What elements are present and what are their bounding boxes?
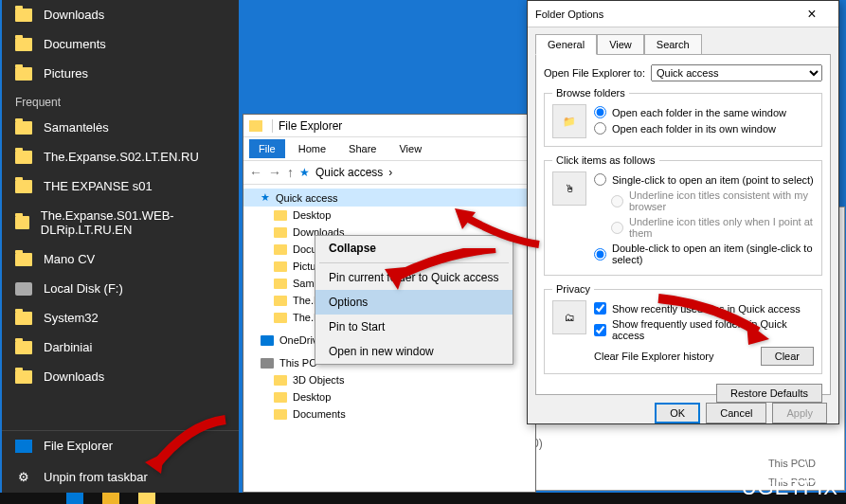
tab-view[interactable]: View [597, 34, 644, 55]
apply-button[interactable]: Apply [772, 403, 827, 423]
context-menu-item[interactable]: Open in new window [315, 339, 513, 364]
taskbar-icon[interactable] [138, 491, 155, 504]
breadcrumb[interactable]: Quick access [315, 166, 383, 179]
label: Samantelės [44, 120, 109, 135]
window-titlebar[interactable]: File Explorer [243, 115, 535, 137]
radio-own-window[interactable] [594, 122, 606, 135]
folder-icon [15, 121, 32, 135]
radio-label: Single-click to open an item (point to s… [612, 174, 814, 186]
dialog-titlebar[interactable]: Folder Options × [528, 1, 838, 27]
label: Downloads [44, 8, 104, 22]
folder-icon [15, 370, 32, 384]
jumplist-frequent-item[interactable]: Downloads [2, 362, 239, 391]
radio-label: Underline icon titles only when I point … [629, 216, 814, 239]
jumplist-frequent-header: Frequent [2, 88, 239, 113]
context-menu-item[interactable]: Pin to Start [315, 315, 513, 339]
jumplist-item-downloads[interactable]: Downloads [2, 0, 239, 29]
radio-label: Open each folder in its own window [612, 123, 776, 135]
jumplist-item-pictures[interactable]: Pictures [2, 59, 239, 88]
nav-item[interactable]: ★Quick access [243, 189, 535, 207]
radio-same-window[interactable] [594, 106, 606, 118]
quick-access-star-icon: ★ [299, 166, 310, 179]
nav-back-icon[interactable]: ← [249, 165, 262, 180]
tab-search[interactable]: Search [644, 34, 702, 55]
nav-item[interactable]: Desktop [243, 388, 535, 405]
label: THE EXPANSE s01 [44, 179, 153, 193]
radio-underline-point [611, 222, 623, 234]
file-explorer-icon [15, 440, 32, 453]
radio-label: Open each folder in the same window [612, 107, 786, 118]
taskbar-icon[interactable] [102, 491, 119, 504]
context-menu-item[interactable]: Options [315, 290, 513, 315]
restore-defaults-button[interactable]: Restore Defaults [716, 384, 822, 403]
ribbon-tab-view[interactable]: View [389, 139, 431, 158]
legend: Click items as follows [552, 154, 659, 166]
check-frequent-folders[interactable] [594, 324, 606, 336]
taskbar [0, 493, 846, 504]
unpin-icon: ⚙ [15, 468, 32, 485]
jumplist-item-documents[interactable]: Documents [2, 29, 239, 59]
legend: Browse folders [552, 87, 629, 99]
jumplist-frequent-item[interactable]: System32 [2, 303, 239, 333]
nav-item[interactable]: 3D Objects [243, 371, 535, 388]
label: The.Expanse.S02.LT.EN.RU [44, 150, 199, 164]
folder-icon [249, 120, 262, 132]
cancel-button[interactable]: Cancel [706, 403, 766, 423]
label: Downloads [44, 369, 104, 384]
browse-folders-fieldset: Browse folders 📁 Open each folder in the… [544, 87, 822, 147]
jumplist-frequent-item[interactable]: Local Disk (F:) [2, 274, 239, 303]
nav-forward-icon[interactable]: → [268, 165, 281, 180]
jumplist-app-file-explorer[interactable]: File Explorer [2, 431, 239, 460]
close-button[interactable]: × [793, 6, 831, 23]
folder-icon [274, 227, 287, 238]
folder-icon [274, 279, 287, 289]
jumplist-frequent-item[interactable]: Samantelės [2, 113, 239, 142]
radio-single-click[interactable] [594, 173, 606, 186]
folder-icon [15, 151, 32, 164]
legend: Privacy [552, 283, 594, 295]
jumplist-unpin[interactable]: ⚙Unpin from taskbar [2, 460, 239, 493]
address-bar: ← → ↑ ★ Quick access › [243, 161, 535, 185]
folder-icon [15, 9, 32, 22]
nav-item[interactable]: Desktop [243, 207, 535, 224]
nav-item[interactable]: Documents [243, 405, 535, 423]
jumplist-frequent-item[interactable]: THE EXPANSE s01 [2, 171, 239, 201]
jumplist-frequent-item[interactable]: The.Expanse.S01.WEB-DLRip.LT.RU.EN [2, 201, 239, 244]
radio-double-click[interactable] [594, 248, 606, 261]
folder-icon [15, 67, 32, 81]
folder-icon [274, 392, 287, 403]
jumplist-frequent-item[interactable]: Mano CV [2, 244, 239, 274]
jumplist-frequent-item[interactable]: The.Expanse.S02.LT.EN.RU [2, 142, 239, 171]
chevron-right-icon: › [388, 166, 392, 179]
context-menu-item[interactable]: Pin current folder to Quick access [315, 265, 513, 290]
folder-icon [15, 312, 32, 325]
nav-up-icon[interactable]: ↑ [287, 165, 294, 180]
ok-button[interactable]: OK [655, 403, 700, 423]
check-recent-files[interactable] [594, 302, 606, 315]
label: This PC [279, 357, 316, 369]
context-menu-item[interactable]: Collapse [315, 236, 513, 261]
folder-icon [274, 296, 287, 306]
clear-button[interactable]: Clear [761, 347, 814, 366]
ribbon: File Home Share View [243, 137, 535, 161]
ribbon-tab-file[interactable]: File [249, 139, 285, 158]
folder-options-dialog: Folder Options × General View Search Ope… [527, 0, 839, 424]
jumplist-frequent-item[interactable]: Darbiniai [2, 333, 239, 362]
label: File Explorer [44, 439, 113, 453]
folder-icon [15, 341, 32, 354]
open-explorer-select[interactable]: Quick access [651, 64, 822, 81]
folder-icon [274, 375, 287, 386]
tab-general[interactable]: General [535, 34, 597, 55]
click-icon: 🖱 [552, 171, 586, 206]
pc-icon [261, 358, 274, 369]
dialog-footer: OK Cancel Apply [528, 403, 838, 433]
label: System32 [44, 311, 99, 325]
ribbon-tab-home[interactable]: Home [289, 139, 335, 158]
folder-icon [15, 38, 32, 51]
label: Pictures [44, 66, 88, 81]
onedrive-icon [261, 335, 274, 346]
radio-label: Double-click to open an item (single-cli… [612, 243, 814, 265]
taskbar-icon[interactable] [66, 491, 83, 504]
watermark: UGETFIX [742, 476, 838, 500]
ribbon-tab-share[interactable]: Share [339, 139, 386, 158]
